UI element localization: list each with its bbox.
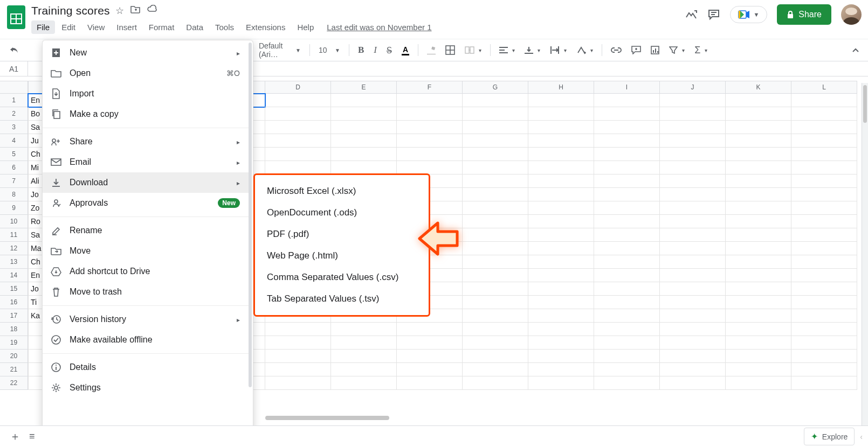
cell[interactable]: [791, 188, 857, 201]
cell[interactable]: [463, 228, 528, 242]
file-new[interactable]: New: [43, 43, 250, 63]
file-rename[interactable]: Rename: [43, 220, 250, 241]
comments-icon[interactable]: [707, 8, 720, 21]
cell[interactable]: [791, 228, 857, 242]
row-header[interactable]: 7: [0, 174, 28, 188]
cell[interactable]: [397, 161, 463, 174]
row-header[interactable]: 16: [0, 296, 28, 309]
cell[interactable]: [660, 228, 726, 242]
explore-button[interactable]: ✦ Explore: [804, 428, 855, 445]
column-header[interactable]: I: [594, 81, 660, 94]
cell[interactable]: [726, 255, 791, 269]
file-version-history[interactable]: Version history: [43, 309, 250, 330]
download-csv[interactable]: Comma Separated Values (.csv): [255, 267, 429, 288]
cell[interactable]: [594, 201, 660, 215]
last-edit-link[interactable]: Last edit was on November 1: [327, 23, 431, 32]
menu-insert[interactable]: Insert: [111, 20, 142, 34]
horizontal-align-button[interactable]: [496, 44, 518, 56]
cell[interactable]: [528, 376, 594, 390]
insert-link-button[interactable]: [608, 45, 625, 55]
cell[interactable]: [791, 201, 857, 215]
cell[interactable]: [594, 255, 660, 269]
row-header[interactable]: 20: [0, 350, 28, 363]
menu-file[interactable]: File: [31, 20, 55, 34]
row-header[interactable]: 2: [0, 107, 28, 121]
cell[interactable]: [594, 215, 660, 228]
cell[interactable]: [660, 121, 726, 134]
cell[interactable]: [791, 107, 857, 121]
cell[interactable]: [791, 282, 857, 296]
cell[interactable]: [660, 309, 726, 323]
merge-cells-button[interactable]: [461, 44, 485, 56]
cell[interactable]: [463, 107, 528, 121]
cell[interactable]: [528, 201, 594, 215]
file-settings[interactable]: Settings: [43, 378, 250, 398]
row-header[interactable]: 18: [0, 323, 28, 336]
cell[interactable]: [528, 94, 594, 107]
cell[interactable]: [331, 121, 397, 134]
cell[interactable]: [594, 296, 660, 309]
cell[interactable]: [528, 269, 594, 282]
cell[interactable]: [331, 323, 397, 336]
cell[interactable]: [528, 161, 594, 174]
cell[interactable]: [726, 188, 791, 201]
cell[interactable]: [265, 94, 331, 107]
cell[interactable]: [265, 134, 331, 148]
cell[interactable]: [660, 134, 726, 148]
cell[interactable]: [265, 107, 331, 121]
horizontal-scrollbar[interactable]: [265, 415, 836, 421]
scroll-thumb[interactable]: [265, 416, 389, 420]
cell[interactable]: [265, 376, 331, 390]
cell[interactable]: [463, 350, 528, 363]
cell[interactable]: [528, 242, 594, 255]
cell[interactable]: [726, 242, 791, 255]
move-file-icon[interactable]: [130, 5, 140, 17]
cell[interactable]: [791, 336, 857, 350]
row-header[interactable]: 3: [0, 121, 28, 134]
row-header[interactable]: 22: [0, 376, 28, 390]
italic-button[interactable]: I: [370, 43, 380, 58]
cell[interactable]: [463, 242, 528, 255]
meet-button[interactable]: ▼: [730, 6, 767, 23]
cell[interactable]: [660, 107, 726, 121]
cell[interactable]: [528, 336, 594, 350]
cell[interactable]: [397, 107, 463, 121]
cell[interactable]: [528, 228, 594, 242]
download-tsv[interactable]: Tab Separated Values (.tsv): [255, 288, 429, 310]
select-all-corner[interactable]: [0, 81, 28, 94]
cell[interactable]: [660, 94, 726, 107]
column-header[interactable]: F: [397, 81, 463, 94]
cell[interactable]: [463, 174, 528, 188]
cell[interactable]: [528, 282, 594, 296]
cell[interactable]: [726, 215, 791, 228]
cell[interactable]: [594, 323, 660, 336]
file-import[interactable]: Import: [43, 83, 250, 104]
text-rotation-button[interactable]: [573, 44, 596, 57]
cell[interactable]: [791, 174, 857, 188]
insert-comment-button[interactable]: [628, 44, 644, 57]
cell[interactable]: [331, 350, 397, 363]
cell[interactable]: [594, 134, 660, 148]
cell[interactable]: [660, 201, 726, 215]
filter-button[interactable]: [666, 44, 688, 57]
cell[interactable]: [594, 161, 660, 174]
vertical-align-button[interactable]: [521, 44, 543, 57]
cell[interactable]: [528, 148, 594, 161]
cell[interactable]: [726, 228, 791, 242]
cell[interactable]: [463, 148, 528, 161]
cell[interactable]: [528, 323, 594, 336]
cell[interactable]: [660, 282, 726, 296]
cell[interactable]: [463, 363, 528, 376]
cell[interactable]: [463, 255, 528, 269]
cell[interactable]: [594, 309, 660, 323]
cell[interactable]: [726, 323, 791, 336]
download-ods[interactable]: OpenDocument (.ods): [255, 202, 429, 224]
cell[interactable]: [397, 134, 463, 148]
name-box[interactable]: A1: [0, 61, 28, 76]
cell[interactable]: [397, 350, 463, 363]
cell[interactable]: [528, 121, 594, 134]
all-sheets-button[interactable]: ≡: [25, 429, 39, 444]
menu-tools[interactable]: Tools: [210, 20, 239, 34]
cell[interactable]: [594, 94, 660, 107]
cell[interactable]: [726, 376, 791, 390]
